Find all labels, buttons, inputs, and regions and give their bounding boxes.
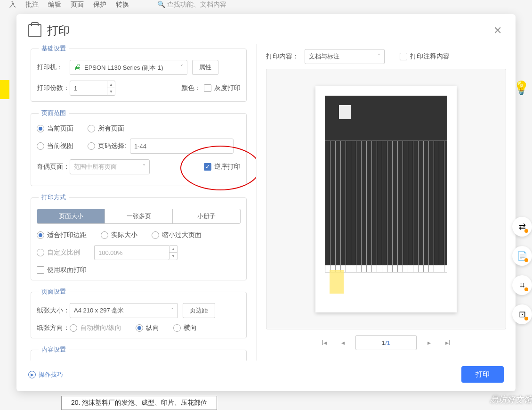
print-content-label: 打印内容： bbox=[266, 52, 299, 61]
basic-legend: 基础设置 bbox=[39, 44, 69, 53]
dialog-footer: ▶ 操作技巧 打印 bbox=[16, 361, 516, 391]
menu-item[interactable]: 编辑 bbox=[48, 0, 61, 9]
custom-scale-radio[interactable]: 自定义比例 bbox=[37, 248, 80, 257]
menu-item[interactable]: 转换 bbox=[116, 0, 129, 9]
print-annotations-label: 打印注释内容 bbox=[410, 52, 450, 61]
orientation-label: 纸张方向： bbox=[37, 324, 70, 332]
reverse-print-checkbox[interactable] bbox=[204, 163, 211, 171]
printer-select[interactable]: 🖨EPSON L130 Series (副本 1) ˅ bbox=[70, 60, 187, 75]
print-content-select[interactable]: 文档与标注˅ bbox=[305, 49, 385, 64]
copies-label: 打印份数： bbox=[37, 84, 70, 92]
current-view-radio[interactable]: 当前视图 bbox=[37, 142, 73, 150]
method-tabs: 页面大小 一张多页 小册子 bbox=[37, 209, 241, 224]
menu-item[interactable]: 批注 bbox=[25, 0, 39, 9]
settings-panel: 基础设置 打印机： 🖨EPSON L130 Series (副本 1) ˅ 属性… bbox=[16, 44, 257, 361]
page-settings-group: 页面设置 纸张大小： A4 210 x 297 毫米˅ 页边距 纸张方向： 自动… bbox=[31, 287, 247, 338]
auto-orient-radio[interactable]: 自动横向/纵向 bbox=[70, 324, 121, 332]
scale-input[interactable]: 100.00% bbox=[94, 245, 169, 260]
menu-item[interactable]: 入 bbox=[9, 0, 16, 9]
chevron-down-icon: ˅ bbox=[180, 64, 183, 71]
preview-page bbox=[315, 86, 457, 312]
shrink-radio[interactable]: 缩小过大页面 bbox=[152, 231, 202, 239]
side-toolbar: ⇄ 📄 ⌗ ⊡ bbox=[512, 217, 532, 324]
print-dialog: 打印 ✕ 基础设置 打印机： 🖨EPSON L130 Series (副本 1)… bbox=[16, 14, 516, 391]
last-page-button[interactable]: ▸I bbox=[442, 337, 454, 348]
fit-margin-radio[interactable]: 适合打印边距 bbox=[37, 231, 87, 239]
yellow-highlight bbox=[0, 80, 9, 99]
menu-item[interactable]: 保护 bbox=[93, 0, 106, 9]
tab-page-size[interactable]: 页面大小 bbox=[37, 209, 105, 223]
next-page-button[interactable]: ▸ bbox=[424, 337, 435, 348]
print-method-group: 打印方式 页面大小 一张多页 小册子 适合打印边距 实际大小 缩小过大页面 自定… bbox=[31, 193, 247, 280]
watermark: 易坊好文馆 bbox=[490, 394, 532, 405]
menu-item[interactable]: 页面 bbox=[71, 0, 84, 9]
odd-even-select[interactable]: 范围中所有页面˅ bbox=[70, 159, 150, 174]
bulb-icon: 💡 bbox=[513, 80, 530, 96]
duplex-label: 使用双面打印 bbox=[47, 266, 87, 274]
preview-pager: I◂ ◂ 1/1 ▸ ▸I bbox=[266, 329, 506, 356]
page-number-input[interactable]: 1/1 bbox=[355, 335, 417, 350]
paper-size-label: 纸张大小： bbox=[37, 306, 70, 315]
chevron-down-icon: ˅ bbox=[171, 307, 174, 314]
tips-link[interactable]: ▶ 操作技巧 bbox=[28, 370, 63, 379]
top-menu: 入 批注 编辑 页面 保护 转换 🔍 查找功能、文档内容 bbox=[0, 0, 532, 9]
page-select-radio[interactable]: 页码选择: bbox=[88, 142, 126, 150]
actual-size-radio[interactable]: 实际大小 bbox=[101, 231, 137, 239]
close-button[interactable]: ✕ bbox=[492, 23, 504, 39]
content-settings-group: 内容设置 bbox=[31, 345, 247, 361]
paper-size-select[interactable]: A4 210 x 297 毫米˅ bbox=[70, 303, 178, 318]
range-legend: 页面范围 bbox=[39, 109, 69, 117]
print-annotations-checkbox[interactable] bbox=[400, 53, 407, 60]
dialog-title: 打印 bbox=[47, 23, 70, 38]
tab-booklet[interactable]: 小册子 bbox=[173, 209, 240, 223]
duplex-checkbox[interactable] bbox=[37, 266, 44, 274]
content-legend: 内容设置 bbox=[39, 345, 69, 354]
tool-scan-icon[interactable]: ⊡ bbox=[512, 304, 532, 324]
color-label: 颜色： bbox=[181, 84, 201, 92]
tab-multi-page[interactable]: 一张多页 bbox=[105, 209, 173, 223]
copies-spinner[interactable]: ▲▼ bbox=[107, 81, 115, 96]
basic-settings-group: 基础设置 打印机： 🖨EPSON L130 Series (副本 1) ˅ 属性… bbox=[31, 44, 247, 102]
copies-input[interactable]: 1 bbox=[70, 81, 107, 96]
prev-page-button[interactable]: ◂ bbox=[338, 337, 348, 348]
print-button[interactable]: 打印 bbox=[461, 366, 504, 383]
preview-area bbox=[266, 69, 506, 329]
method-legend: 打印方式 bbox=[39, 193, 69, 202]
printer-label: 打印机： bbox=[37, 63, 70, 72]
grayscale-checkbox[interactable] bbox=[204, 84, 211, 92]
properties-button[interactable]: 属性 bbox=[192, 60, 218, 75]
chevron-down-icon: ˅ bbox=[378, 53, 380, 60]
print-icon bbox=[28, 24, 41, 37]
printer-icon: 🖨 bbox=[74, 63, 81, 71]
tool-crop-icon[interactable]: ⌗ bbox=[512, 275, 532, 295]
current-page-radio[interactable]: 当前页面 bbox=[37, 124, 73, 133]
search-hint[interactable]: 🔍 查找功能、文档内容 bbox=[157, 0, 226, 9]
chevron-down-icon: ˅ bbox=[143, 164, 145, 170]
margin-button[interactable]: 页边距 bbox=[183, 303, 215, 318]
grayscale-label: 灰度打印 bbox=[214, 84, 241, 92]
page-legend: 页面设置 bbox=[39, 287, 69, 296]
landscape-radio[interactable]: 横向 bbox=[173, 324, 197, 332]
tool-file-icon[interactable]: 📄 bbox=[512, 246, 532, 266]
preview-panel: 打印内容： 文档与标注˅ 打印注释内容 I◂ ◂ bbox=[257, 44, 516, 361]
odd-even-label: 奇偶页面： bbox=[37, 163, 70, 171]
dialog-header: 打印 ✕ bbox=[16, 14, 516, 44]
scale-spinner[interactable]: ▲▼ bbox=[169, 245, 177, 260]
reverse-print-label: 逆序打印 bbox=[214, 163, 241, 171]
portrait-radio[interactable]: 纵向 bbox=[136, 324, 159, 332]
page-range-input[interactable]: 1-44 bbox=[130, 139, 234, 154]
play-icon: ▶ bbox=[28, 371, 36, 378]
document-text: 20. 泡沫塑料厂的发泡、成型、印片、压花部位 bbox=[61, 396, 217, 410]
all-pages-radio[interactable]: 所有页面 bbox=[88, 124, 124, 133]
first-page-button[interactable]: I◂ bbox=[318, 337, 330, 348]
page-range-group: 页面范围 当前页面 所有页面 当前视图 页码选择: 1-44 奇偶页面： 范围中… bbox=[31, 109, 247, 186]
tool-convert-icon[interactable]: ⇄ bbox=[512, 217, 532, 237]
